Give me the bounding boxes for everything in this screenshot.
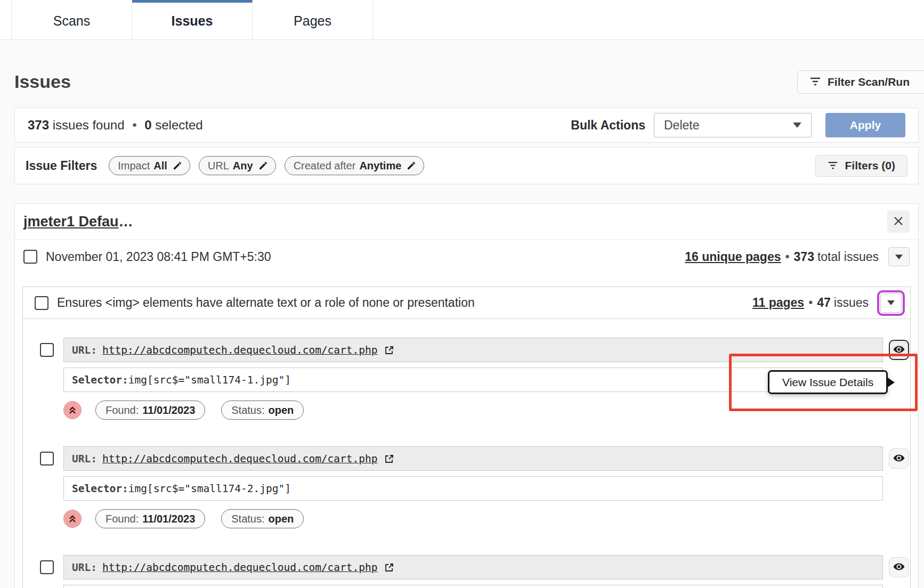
chip-created-name: Created after — [294, 160, 356, 172]
total-issues-text: total issues — [817, 250, 879, 264]
issue-filters-card: Issue Filters Impact All URL Any Created… — [14, 147, 919, 184]
issue-checkbox[interactable] — [40, 560, 54, 574]
rule-group-header: Ensures <img> elements have alternate te… — [23, 287, 910, 319]
url-label: URL: — [72, 561, 97, 574]
filter-chip-impact[interactable]: Impact All — [109, 156, 190, 175]
tab-pages[interactable]: Pages — [253, 0, 373, 39]
filter-scan-run-button[interactable]: Filter Scan/Run — [797, 70, 924, 94]
dot-separator: • — [128, 118, 141, 132]
view-issue-details-button[interactable] — [889, 448, 909, 469]
url-label: URL: — [72, 453, 97, 465]
apply-button[interactable]: Apply — [825, 113, 905, 137]
unique-pages-link[interactable]: 16 unique pages — [685, 250, 781, 264]
status-value: open — [269, 404, 294, 416]
issue-filters-label: Issue Filters — [26, 159, 97, 173]
issue-url-link[interactable]: http://abcdcomputech.dequecloud.com/cart… — [102, 344, 378, 356]
issue-main: URL: http://abcdcomputech.dequecloud.com… — [63, 555, 883, 588]
status-value: open — [269, 513, 294, 525]
chevron-down-icon — [887, 300, 895, 305]
rule-group-stats: 11 pages • 47 issues — [752, 290, 905, 316]
rule-pages-link[interactable]: 11 pages — [752, 296, 804, 310]
selected-count: 0 — [144, 118, 151, 132]
filter-icon — [828, 159, 838, 172]
truncation-ellipsis: … — [119, 214, 133, 230]
scan-group-card: jmeter1 Defau… November 01, 2023 08:41 P… — [14, 203, 919, 588]
scan-run-stats: 16 unique pages • 373 total issues — [685, 247, 910, 266]
selector-value: img[src$="small174-1.jpg"] — [128, 374, 291, 386]
view-issue-details-tooltip: View Issue Details — [768, 370, 888, 394]
dot-separator: • — [804, 296, 817, 310]
tab-scans[interactable]: Scans — [12, 0, 132, 39]
issue-checkbox[interactable] — [40, 452, 54, 466]
issue-checkbox[interactable] — [40, 343, 54, 357]
status-label: Status: — [231, 404, 264, 416]
issue-list: URL: http://abcdcomputech.dequecloud.com… — [23, 319, 910, 588]
scan-run-date: November 01, 2023 08:41 PM GMT+5:30 — [46, 250, 271, 264]
filter-scan-run-label: Filter Scan/Run — [828, 76, 910, 88]
scan-run-expand-button[interactable] — [888, 247, 910, 266]
chip-impact-value: All — [153, 160, 167, 172]
tab-pages-label: Pages — [294, 13, 331, 29]
scan-title-link[interactable]: jmeter1 Defau… — [23, 214, 133, 230]
filters-count-button[interactable]: Filters (0) — [815, 155, 907, 177]
found-date: 11/01/2023 — [142, 513, 195, 525]
found-label: Found: — [106, 513, 139, 525]
filter-chip-created-after[interactable]: Created after Anytime — [285, 156, 425, 175]
found-label: Found: — [106, 404, 139, 416]
status-badge: Status: open — [221, 401, 304, 420]
bulk-action-select[interactable]: Delete — [654, 113, 812, 137]
chip-url-name: URL — [208, 160, 229, 172]
issues-found-text: issues found — [53, 118, 125, 132]
dot-separator: • — [781, 250, 794, 264]
issue-row: URL: http://abcdcomputech.dequecloud.com… — [23, 446, 910, 528]
issue-url-row: URL: http://abcdcomputech.dequecloud.com… — [63, 446, 883, 471]
eye-icon — [893, 560, 905, 575]
external-link-icon[interactable] — [384, 454, 394, 464]
close-scan-group-button[interactable] — [887, 210, 910, 233]
issues-found-summary: 373 issues found • 0 selected — [28, 118, 203, 133]
issue-badges: Found: 11/01/2023 Status: open — [63, 401, 883, 420]
tab-issues-label: Issues — [172, 13, 213, 29]
issue-url-row: URL: http://abcdcomputech.dequecloud.com… — [63, 338, 883, 362]
issue-selector-row: Selector: img[src$="small174-3.jpg"] — [63, 585, 883, 588]
edit-pencil-icon — [407, 161, 416, 170]
issue-badges: Found: 11/01/2023 Status: open — [63, 509, 883, 528]
chip-impact-name: Impact — [118, 160, 150, 172]
view-issue-details-button[interactable] — [889, 340, 909, 360]
scan-card-header: jmeter1 Defau… — [15, 204, 918, 233]
external-link-icon[interactable] — [384, 562, 394, 573]
rule-group-expand-button[interactable] — [880, 293, 902, 313]
eye-icon — [893, 343, 905, 357]
rule-group-box: Ensures <img> elements have alternate te… — [22, 287, 911, 588]
rule-issues-text: issues — [834, 296, 869, 310]
status-label: Status: — [231, 513, 264, 525]
filter-chip-url[interactable]: URL Any — [199, 156, 276, 175]
selected-text: selected — [155, 118, 202, 132]
rule-group-checkbox[interactable] — [35, 296, 48, 310]
tab-issues[interactable]: Issues — [132, 0, 253, 39]
issue-main: URL: http://abcdcomputech.dequecloud.com… — [63, 446, 883, 528]
scan-run-row: November 01, 2023 08:41 PM GMT+5:30 16 u… — [15, 240, 918, 276]
view-issue-details-button[interactable] — [889, 557, 909, 577]
scan-run-checkbox[interactable] — [23, 250, 37, 264]
selector-label: Selector: — [72, 483, 128, 495]
bulk-actions-group: Bulk Actions Delete Apply — [571, 113, 905, 137]
close-icon — [893, 215, 904, 228]
issue-selector-row: Selector: img[src$="small174-1.jpg"] — [63, 368, 883, 392]
rule-issues-count: 47 — [817, 296, 831, 310]
chip-url-value: Any — [233, 160, 253, 172]
found-date: 11/01/2023 — [142, 404, 195, 416]
external-link-icon[interactable] — [384, 345, 394, 355]
bulk-action-selected-value: Delete — [664, 118, 699, 133]
page-header: Issues Filter Scan/Run — [0, 40, 924, 108]
impact-critical-icon — [63, 510, 82, 528]
chevron-down-icon — [793, 123, 801, 128]
issue-url-link[interactable]: http://abcdcomputech.dequecloud.com/cart… — [102, 561, 378, 574]
issue-url-link[interactable]: http://abcdcomputech.dequecloud.com/cart… — [102, 453, 378, 465]
issue-row: URL: http://abcdcomputech.dequecloud.com… — [23, 555, 910, 588]
status-badge: Status: open — [221, 509, 304, 528]
issue-url-row: URL: http://abcdcomputech.dequecloud.com… — [63, 555, 883, 579]
chevron-down-icon — [895, 255, 903, 259]
impact-critical-icon — [63, 401, 82, 419]
bulk-actions-label: Bulk Actions — [571, 118, 645, 133]
